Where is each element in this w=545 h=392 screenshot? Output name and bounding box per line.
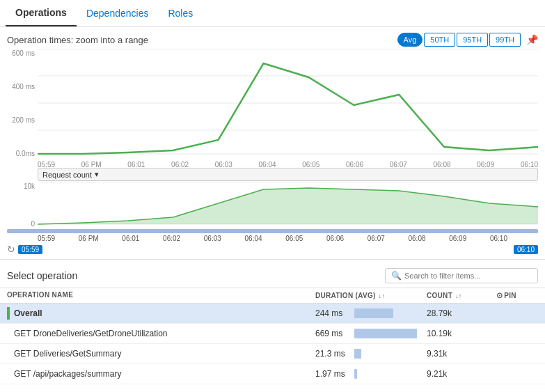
tr-label-2: 06:01 xyxy=(122,235,139,242)
row-indicator xyxy=(7,327,10,340)
chart-pin-icon[interactable]: 📌 xyxy=(526,34,538,45)
cell-name: Overall xyxy=(14,308,315,318)
cell-name: GET /api/packages/summary xyxy=(14,369,315,379)
row-indicator xyxy=(7,368,10,380)
line-chart-svg xyxy=(38,49,538,157)
col-header-duration: DURATION (AVG) ↓↑ xyxy=(315,291,427,300)
tr-label-10: 06:09 xyxy=(449,235,466,242)
cell-name: GET DroneDeliveries/GetDroneUtilization xyxy=(14,329,315,338)
cell-duration: 669 ms xyxy=(315,329,427,338)
col-header-name: OPERATION NAME xyxy=(7,291,315,300)
cell-count: 9.31k xyxy=(427,349,496,359)
dropdown-chevron-icon: ▾ xyxy=(95,170,99,179)
request-count-label: Request count xyxy=(42,171,92,179)
tr-label-7: 06:06 xyxy=(326,235,344,242)
start-bookmark: 05:59 xyxy=(18,245,42,254)
duration-bar xyxy=(354,329,417,338)
row-indicator xyxy=(7,307,10,320)
tr-label-5: 06:04 xyxy=(245,235,262,242)
percentile-group: Avg 50TH 95TH 99TH 📌 xyxy=(397,33,538,47)
request-count-area: Request count ▾ 10k 0 xyxy=(0,168,545,228)
req-y-10k: 10k xyxy=(7,182,35,190)
row-indicator xyxy=(7,347,10,360)
cell-duration: 1.97 ms xyxy=(315,369,427,379)
table-row[interactable]: GET /api/packages/summary 1.97 ms 9.21k xyxy=(0,364,545,384)
search-icon: 🔍 xyxy=(391,271,402,281)
y-label-400: 400 ms xyxy=(7,83,35,91)
time-range-selector[interactable] xyxy=(7,229,538,233)
end-bookmark: 06:10 xyxy=(514,245,538,254)
duration-bar xyxy=(354,349,361,359)
cell-duration: 244 ms xyxy=(315,308,427,318)
search-box[interactable]: 🔍 xyxy=(385,268,538,283)
pct-99-button[interactable]: 99TH xyxy=(489,33,521,47)
table-row[interactable]: Overall 244 ms 28.79k xyxy=(0,304,545,324)
ops-title: Select operation xyxy=(7,270,77,281)
tr-label-0: 05:59 xyxy=(38,235,55,242)
duration-sort-icon[interactable]: ↓↑ xyxy=(379,292,386,299)
tr-label-1: 06 PM xyxy=(79,235,99,242)
chart-title: Operation times: zoom into a range xyxy=(7,35,148,45)
tabs-bar: Operations Dependencies Roles xyxy=(0,0,545,27)
pct-95-button[interactable]: 95TH xyxy=(457,33,488,47)
tab-roles[interactable]: Roles xyxy=(158,1,203,26)
line-chart-area: 600 ms 400 ms 200 ms 0.0ms 05:59 06 PM 0… xyxy=(0,49,545,168)
request-count-svg xyxy=(38,182,538,228)
count-sort-icon[interactable]: ↓↑ xyxy=(455,292,462,299)
time-range-labels: 05:59 06 PM 06:01 06:02 06:03 06:04 06:0… xyxy=(38,233,507,242)
y-label-0: 0.0ms xyxy=(7,150,35,157)
pct-avg-button[interactable]: Avg xyxy=(397,33,423,47)
table-header: OPERATION NAME DURATION (AVG) ↓↑ COUNT ↓… xyxy=(0,288,545,304)
tr-label-3: 06:02 xyxy=(163,235,180,242)
col-header-count: COUNT ↓↑ xyxy=(427,291,496,300)
tr-label-9: 06:08 xyxy=(408,235,425,242)
svg-marker-7 xyxy=(38,188,538,224)
duration-bar xyxy=(354,369,357,379)
table-row[interactable]: GET DroneDeliveries/GetDroneUtilization … xyxy=(0,324,545,344)
y-label-600: 600 ms xyxy=(7,49,35,57)
tab-operations[interactable]: Operations xyxy=(6,0,77,26)
tr-label-8: 06:07 xyxy=(368,235,385,242)
range-bookmarks-row: ↻ 05:59 06:10 xyxy=(7,244,538,255)
request-count-dropdown[interactable]: Request count ▾ xyxy=(38,168,538,181)
divider xyxy=(0,259,545,260)
pct-50-button[interactable]: 50TH xyxy=(424,33,455,47)
col-header-pin: ⊙ PIN xyxy=(496,291,538,300)
tr-label-6: 06:05 xyxy=(285,235,303,242)
ops-header: Select operation 🔍 xyxy=(0,264,545,288)
tr-label-11: 06:10 xyxy=(490,235,507,242)
tab-dependencies[interactable]: Dependencies xyxy=(77,1,159,26)
cell-count: 10.19k xyxy=(427,329,496,338)
y-label-200: 200 ms xyxy=(7,116,35,124)
search-input[interactable] xyxy=(404,272,532,280)
range-nav-icon[interactable]: ↻ xyxy=(7,244,15,255)
cell-count: 28.79k xyxy=(427,308,496,318)
table-row[interactable]: GET Deliveries/GetSummary 21.3 ms 9.31k xyxy=(0,344,545,364)
cell-name: GET Deliveries/GetSummary xyxy=(14,349,315,359)
duration-bar xyxy=(354,308,393,318)
tr-label-4: 06:03 xyxy=(204,235,221,242)
chart-header: Operation times: zoom into a range Avg 5… xyxy=(0,27,545,49)
cell-duration: 21.3 ms xyxy=(315,349,427,359)
req-y-0: 0 xyxy=(7,220,35,228)
cell-count: 9.21k xyxy=(427,369,496,379)
pin-circle-icon: ⊙ xyxy=(496,291,503,300)
